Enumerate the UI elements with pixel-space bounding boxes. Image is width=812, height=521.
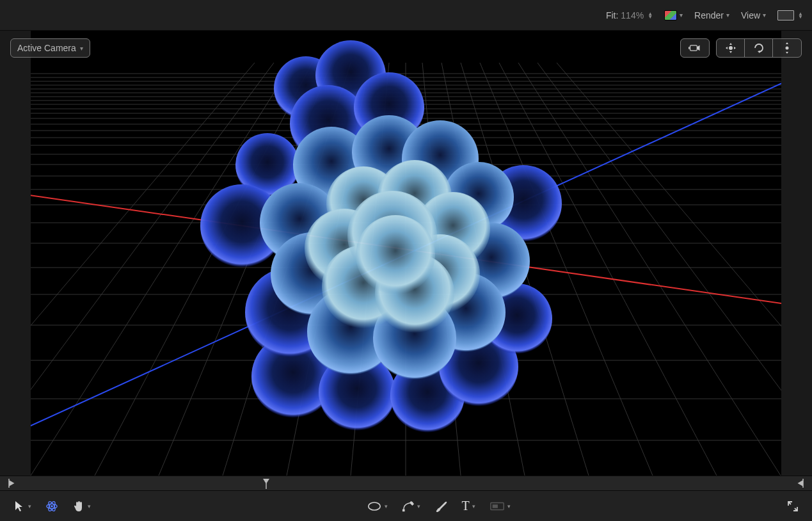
viewport[interactable]: Active Camera ▾ (0, 31, 812, 476)
svg-point-78 (356, 215, 435, 294)
text-icon: T (461, 499, 469, 513)
fit-control[interactable]: Fit: 114% ▲▼ (606, 10, 653, 20)
dolly-control[interactable] (773, 39, 801, 57)
svg-rect-89 (402, 509, 405, 511)
render-label: Render (694, 10, 724, 20)
in-point-icon (8, 477, 15, 489)
playhead-marker[interactable] (262, 477, 270, 491)
brush-tool[interactable] (432, 496, 450, 517)
ellipse-icon (367, 500, 382, 513)
view-label: View (741, 10, 760, 20)
pointer-icon (13, 500, 26, 513)
frame-camera-button[interactable] (680, 38, 710, 58)
view-menu[interactable]: View ▾ (741, 10, 766, 20)
camera-menu[interactable]: Active Camera ▾ (10, 38, 90, 58)
orbit-icon (752, 42, 765, 54)
dolly-icon (781, 42, 793, 54)
view-layout-menu[interactable]: ▲▼ (777, 10, 803, 20)
chevron-down-icon: ▾ (88, 503, 91, 509)
svg-point-88 (369, 502, 380, 510)
svg-rect-80 (689, 47, 690, 49)
mask-tool[interactable]: ▾ (487, 496, 513, 517)
in-point-marker[interactable] (8, 477, 15, 491)
fullscreen-button[interactable] (784, 496, 802, 517)
stepper-icon: ▲▼ (648, 12, 653, 19)
shape-tool[interactable]: ▾ (364, 496, 390, 517)
orbit-control[interactable] (745, 39, 773, 57)
chevron-down-icon: ▾ (763, 12, 766, 19)
pan-icon (724, 42, 737, 54)
viewer-top-bar: Fit: 114% ▲▼ ▾ Render ▾ View ▾ ▲▼ (0, 0, 812, 31)
hand-icon (72, 500, 85, 513)
out-point-marker[interactable] (797, 477, 804, 491)
svg-rect-79 (690, 45, 697, 51)
chevron-down-icon: ▾ (385, 503, 388, 509)
brush-icon (434, 500, 447, 513)
select-tool[interactable]: ▾ (10, 496, 34, 517)
out-point-icon (797, 477, 804, 489)
scene-render (31, 31, 781, 476)
mask-rect-icon (490, 500, 505, 513)
svg-point-87 (51, 505, 53, 508)
atom-icon (45, 500, 58, 513)
svg-point-82 (786, 47, 789, 50)
svg-point-81 (729, 46, 733, 50)
3d-transform-tool[interactable] (43, 496, 61, 517)
rectangle-icon (777, 10, 794, 20)
pen-icon (402, 500, 415, 513)
tool-toolbar: ▾ ▾ ▾ ▾ T ▾ ▾ (0, 490, 812, 521)
stepper-icon: ▲▼ (798, 12, 803, 19)
chevron-down-icon: ▾ (726, 12, 729, 19)
chevron-down-icon: ▾ (507, 503, 511, 509)
color-channel-menu[interactable]: ▾ (664, 10, 683, 20)
expand-icon (786, 500, 799, 513)
pen-tool[interactable]: ▾ (399, 496, 423, 517)
viewport-gutter-left (0, 31, 31, 476)
text-tool[interactable]: T ▾ (459, 496, 477, 517)
render-menu[interactable]: Render ▾ (694, 10, 729, 20)
chevron-down-icon: ▾ (472, 503, 475, 509)
pan-tool[interactable]: ▾ (70, 496, 93, 517)
chevron-down-icon: ▾ (80, 45, 83, 52)
pan-control[interactable] (717, 39, 745, 57)
chevron-down-icon: ▾ (680, 12, 683, 19)
mini-timeline[interactable] (0, 476, 812, 490)
fit-label: Fit: (606, 10, 618, 20)
palette-icon (664, 10, 677, 20)
camera-menu-label: Active Camera (17, 43, 76, 53)
chevron-down-icon: ▾ (417, 503, 420, 509)
chevron-down-icon: ▾ (28, 503, 31, 509)
playhead-icon (262, 477, 270, 489)
nav-control-group (716, 38, 802, 58)
svg-rect-91 (492, 504, 497, 508)
fit-value: 114% (621, 10, 644, 20)
viewport-gutter-right (781, 31, 812, 476)
camera-view-icon (689, 42, 701, 54)
